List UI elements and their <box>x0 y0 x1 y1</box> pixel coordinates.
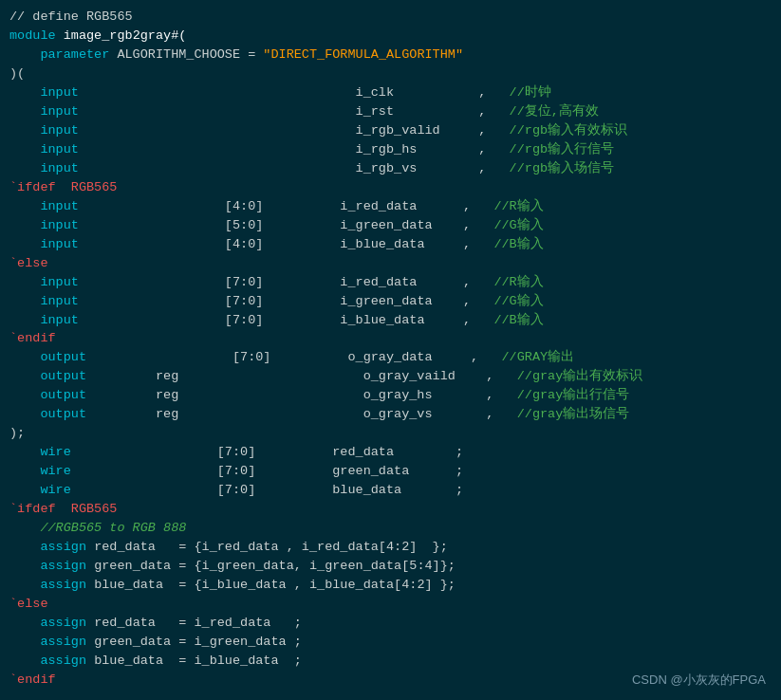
code-segment: output <box>9 388 86 402</box>
code-segment: i_clk , <box>79 85 510 100</box>
code-line: output [7:0] o_gray_data , //GRAY输出 <box>9 348 772 367</box>
code-segment: i_rst , <box>79 104 510 119</box>
code-segment: blue_data = {i_blue_data , i_blue_data[4… <box>94 578 456 592</box>
code-segment: //G输入 <box>493 294 543 308</box>
code-segment: //GRAY输出 <box>502 350 575 364</box>
code-segment: //rgb输入行信号 <box>510 142 615 157</box>
code-segment: [7:0] i_blue_data , <box>79 313 493 327</box>
code-segment: red_data = i_red_data ; <box>94 616 302 630</box>
code-segment: green_data = {i_green_data, i_green_data… <box>94 559 456 573</box>
code-line: assign red_data = {i_red_data , i_red_da… <box>9 538 772 557</box>
code-segment: [7:0] red_data ; <box>71 445 463 459</box>
code-editor: // define RGB565module image_rgb2gray#( … <box>0 0 781 697</box>
code-segment: //G输入 <box>493 218 543 232</box>
code-segment: "DIRECT_FORMULA_ALGORITHM" <box>263 47 463 62</box>
code-line: assign green_data = {i_green_data, i_gre… <box>9 557 772 576</box>
code-segment: assign <box>9 540 94 554</box>
code-segment: ALGORITHM_CHOOSE = <box>117 47 263 62</box>
code-segment: output <box>9 350 86 364</box>
code-line: input [7:0] i_blue_data , //B输入 <box>9 311 772 330</box>
code-line: `ifdef RGB565 <box>9 500 772 519</box>
code-segment: input <box>9 85 79 100</box>
code-line: wire [7:0] green_data ; <box>9 462 772 481</box>
code-line: output reg o_gray_vs , //gray输出场信号 <box>9 405 772 424</box>
code-line: assign blue_data = {i_blue_data , i_blue… <box>9 576 772 595</box>
code-segment: assign <box>9 654 94 668</box>
code-segment: green_data = i_green_data ; <box>94 635 302 649</box>
code-line: input i_rgb_valid , //rgb输入有效标识 <box>9 121 772 140</box>
code-line: wire [7:0] red_data ; <box>9 443 772 462</box>
code-segment: parameter <box>9 47 117 62</box>
code-segment: i_rgb_valid , <box>79 123 510 138</box>
code-line: input [4:0] i_red_data , //R输入 <box>9 197 772 216</box>
code-segment: input <box>9 313 79 327</box>
code-line: input [7:0] i_green_data , //G输入 <box>9 292 772 311</box>
code-segment: //gray输出场信号 <box>517 407 630 421</box>
code-segment: reg o_gray_hs , <box>86 388 517 402</box>
code-segment: wire <box>9 483 71 497</box>
code-line: assign green_data = i_green_data ; <box>9 633 772 652</box>
code-segment: //rgb输入有效标识 <box>510 123 628 138</box>
code-segment: input <box>9 237 79 251</box>
code-segment: i_rgb_hs , <box>79 142 510 157</box>
code-line: ); <box>9 424 772 443</box>
code-segment: input <box>9 161 79 175</box>
code-line: output reg o_gray_hs , //gray输出行信号 <box>9 386 772 405</box>
code-segment: //时钟 <box>510 85 551 100</box>
code-segment: reg o_gray_vs , <box>86 407 517 421</box>
code-segment: input <box>9 275 79 289</box>
code-segment: reg o_gray_vaild , <box>86 369 517 383</box>
code-line: input i_rgb_vs , //rgb输入场信号 <box>9 159 772 178</box>
code-line: input i_rgb_hs , //rgb输入行信号 <box>9 140 772 159</box>
code-segment: //B输入 <box>493 313 543 327</box>
code-line: output reg o_gray_vaild , //gray输出有效标识 <box>9 367 772 386</box>
code-line: `ifdef RGB565 <box>9 178 772 197</box>
code-segment: [7:0] blue_data ; <box>71 483 463 497</box>
code-line: input i_clk , //时钟 <box>9 83 772 102</box>
code-segment: assign <box>9 616 94 630</box>
code-segment: wire <box>9 445 71 459</box>
code-segment: //gray输出行信号 <box>517 388 630 402</box>
code-line: // define RGB565 <box>9 8 772 27</box>
code-segment: output <box>9 407 86 421</box>
code-segment: assign <box>9 559 94 573</box>
code-segment: input <box>9 123 79 138</box>
code-segment: input <box>9 294 79 308</box>
code-segment: //B输入 <box>493 237 543 251</box>
code-segment: input <box>9 142 79 157</box>
code-line: `else <box>9 595 772 614</box>
code-segment: input <box>9 104 79 119</box>
code-segment: [7:0] green_data ; <box>71 464 463 478</box>
code-segment: output <box>9 369 86 383</box>
code-line: input [7:0] i_red_data , //R输入 <box>9 273 772 292</box>
code-segment: input <box>9 199 79 213</box>
code-segment: [4:0] i_blue_data , <box>79 237 493 251</box>
code-segment: [4:0] i_red_data , <box>79 199 493 213</box>
code-line: parameter ALGORITHM_CHOOSE = "DIRECT_FOR… <box>9 46 772 64</box>
code-segment: assign <box>9 635 94 649</box>
code-segment: [7:0] o_gray_data , <box>86 350 501 364</box>
code-line: input i_rst , //复位,高有效 <box>9 102 772 121</box>
code-segment: wire <box>9 464 71 478</box>
code-line: `else <box>9 254 772 273</box>
watermark: CSDN @小灰灰的FPGA <box>632 671 766 689</box>
code-segment: assign <box>9 578 94 592</box>
code-line: assign red_data = i_red_data ; <box>9 614 772 633</box>
code-segment: red_data = {i_red_data , i_red_data[4:2]… <box>94 540 448 554</box>
code-segment: input <box>9 218 79 232</box>
code-segment: //复位,高有效 <box>510 104 599 119</box>
code-line: input [5:0] i_green_data , //G输入 <box>9 216 772 235</box>
code-segment: [5:0] i_green_data , <box>79 218 493 232</box>
code-line: `endif <box>9 329 772 348</box>
code-segment: //R输入 <box>493 275 543 289</box>
code-segment: blue_data = i_blue_data ; <box>94 654 302 668</box>
code-segment: [7:0] i_green_data , <box>79 294 493 308</box>
code-line: assign blue_data = i_blue_data ; <box>9 652 772 671</box>
code-line: input [4:0] i_blue_data , //B输入 <box>9 235 772 254</box>
code-line: wire [7:0] blue_data ; <box>9 481 772 500</box>
code-line: )( <box>9 64 772 83</box>
code-segment: module <box>9 28 64 43</box>
code-segment: //rgb输入场信号 <box>510 161 615 175</box>
code-line: module image_rgb2gray#( <box>9 27 772 46</box>
code-segment: //gray输出有效标识 <box>517 369 643 383</box>
